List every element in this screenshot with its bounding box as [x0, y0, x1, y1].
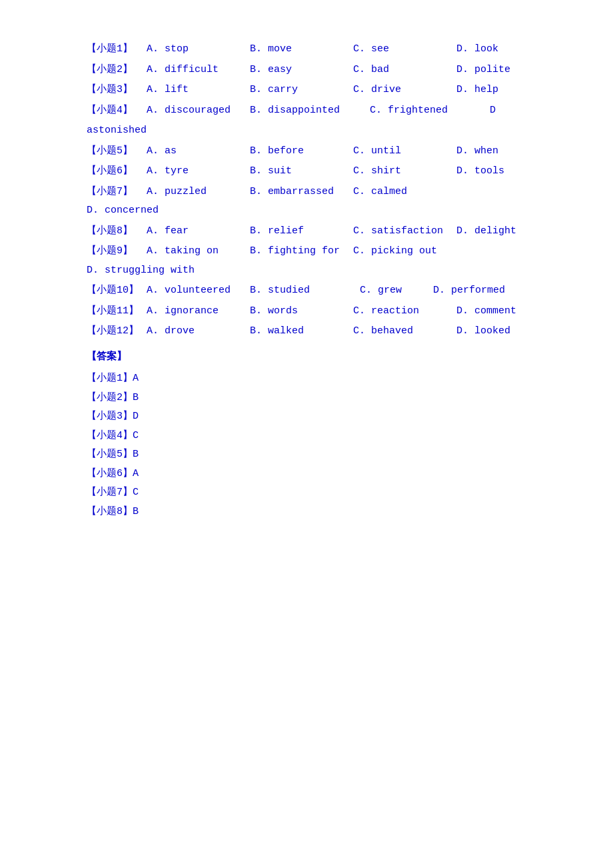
option-d: D. help: [456, 81, 498, 100]
answers-title: 【答案】: [87, 348, 526, 367]
option-a: A. taking on: [147, 242, 250, 261]
option-d: D. when: [456, 142, 498, 161]
option-c: C. see: [353, 40, 456, 59]
question-label: 【小题6】: [87, 162, 147, 181]
option-a: A. lift: [147, 81, 250, 100]
question-label: 【小题1】: [87, 40, 147, 59]
question-label: 【小题8】: [87, 222, 147, 241]
option-c: C. bad: [353, 61, 456, 80]
answer-item: 【小题6】A: [87, 465, 526, 484]
question-row: 【小题4】A. discouragedB. disappointedC. fri…: [87, 101, 526, 121]
answer-item: 【小题7】C: [87, 483, 526, 503]
question-label: 【小题3】: [87, 81, 147, 100]
option-b: B. words: [250, 302, 353, 321]
question-row: 【小题10】A. volunteeredB. studiedC. grewD. …: [87, 281, 526, 301]
option-b: B. walked: [250, 322, 353, 341]
question-label: 【小题10】: [87, 281, 147, 301]
option-c: C. picking out: [353, 242, 456, 261]
question-label: 【小题4】: [87, 101, 147, 121]
question-row: 【小题6】A. tyreB. suitC. shirtD. tools: [87, 162, 526, 181]
question-label: 【小题5】: [87, 142, 147, 161]
question-label: 【小题12】: [87, 322, 147, 341]
option-a: A. stop: [147, 40, 250, 59]
option-b: B. embarrassed: [250, 183, 353, 202]
option-c: C. drive: [353, 81, 456, 100]
option-a: A. tyre: [147, 162, 250, 181]
question-row: 【小题9】A. taking onB. fighting forC. picki…: [87, 242, 526, 280]
option-a: A. puzzled: [147, 183, 250, 202]
questions-container: 【小题1】A. stopB. moveC. seeD. look【小题2】A. …: [87, 40, 526, 341]
answer-section: 【答案】 【小题1】A【小题2】B【小题3】D【小题4】C【小题5】B【小题6】…: [87, 348, 526, 522]
option-c: C. satisfaction: [353, 222, 456, 241]
option-b: B. fighting for: [250, 242, 353, 261]
question-label: 【小题11】: [87, 302, 147, 321]
option-b: B. studied: [250, 281, 360, 301]
question-label: 【小题7】: [87, 183, 147, 202]
question-row: 【小题1】A. stopB. moveC. seeD. look: [87, 40, 526, 59]
answer-item: 【小题5】B: [87, 445, 526, 465]
question-row: 【小题7】A. puzzledB. embarrassedC. calmedD.…: [87, 183, 526, 221]
option-d: D. look: [456, 40, 498, 59]
option-a: A. as: [147, 142, 250, 161]
option-c: C. calmed: [353, 183, 456, 202]
question-label: 【小题2】: [87, 61, 147, 80]
option-c: C. behaved: [353, 322, 456, 341]
option-b: B. before: [250, 142, 353, 161]
option-b: B. disappointed: [250, 101, 370, 121]
answers-container: 【小题1】A【小题2】B【小题3】D【小题4】C【小题5】B【小题6】A【小题7…: [87, 369, 526, 521]
option-b: B. carry: [250, 81, 353, 100]
answer-item: 【小题1】A: [87, 369, 526, 389]
question-row-continued: astonished: [87, 121, 526, 141]
option-d: D. looked: [456, 322, 510, 341]
answer-item: 【小题2】B: [87, 389, 526, 408]
option-a: A. ignorance: [147, 302, 250, 321]
question-label: 【小题9】: [87, 242, 147, 261]
option-d: D. tools: [456, 162, 504, 181]
question-row: 【小题11】A. ignoranceB. wordsC. reactionD. …: [87, 302, 526, 321]
option-d-continued: astonished: [87, 125, 147, 136]
answer-item: 【小题3】D: [87, 407, 526, 427]
option-a: A. drove: [147, 322, 250, 341]
option-d: D. concerned: [87, 201, 159, 221]
question-row: 【小题3】A. liftB. carryC. driveD. help: [87, 81, 526, 100]
option-a: A. discouraged: [147, 101, 250, 121]
option-d: D: [490, 101, 496, 121]
option-a: A. volunteered: [147, 281, 250, 301]
option-c: C. frightened: [370, 101, 490, 121]
option-b: B. move: [250, 40, 353, 59]
question-row: 【小题12】A. droveB. walkedC. behavedD. look…: [87, 322, 526, 341]
option-b: B. relief: [250, 222, 353, 241]
option-c: C. grew: [360, 281, 433, 301]
answer-item: 【小题8】B: [87, 503, 526, 522]
answer-item: 【小题4】C: [87, 427, 526, 446]
option-a: A. difficult: [147, 61, 250, 80]
option-b: B. easy: [250, 61, 353, 80]
option-c: C. reaction: [353, 302, 456, 321]
question-row: 【小题5】A. asB. beforeC. untilD. when: [87, 142, 526, 161]
option-a: A. fear: [147, 222, 250, 241]
option-d: D. delight: [456, 222, 516, 241]
option-c: C. shirt: [353, 162, 456, 181]
option-b: B. suit: [250, 162, 353, 181]
option-d: D. polite: [456, 61, 510, 80]
option-d: D. struggling with: [87, 261, 195, 281]
question-row: 【小题8】A. fearB. reliefC. satisfactionD. d…: [87, 222, 526, 241]
option-c: C. until: [353, 142, 456, 161]
option-d: D. comment: [456, 302, 516, 321]
option-d: D. performed: [433, 281, 505, 301]
question-row: 【小题2】A. difficultB. easyC. badD. polite: [87, 61, 526, 80]
